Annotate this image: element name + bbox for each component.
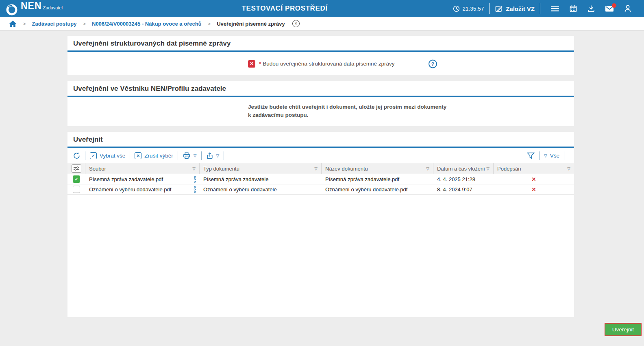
cell-soubor: Oznámení o výběru dodavatele.pdf	[89, 186, 171, 193]
cell-soubor: Písemná zpráva zadavatele.pdf	[89, 176, 163, 182]
section-publish-title: Uveřejnit	[67, 132, 574, 148]
brand-name: NEN	[21, 1, 42, 11]
structured-data-checkbox[interactable]: ✕	[248, 60, 255, 68]
downloads-button[interactable]	[587, 4, 595, 13]
filter-scope-label: Vše	[550, 153, 559, 159]
refresh-icon	[73, 152, 80, 160]
cell-datum: 4. 4. 2025 21:28	[437, 176, 475, 182]
create-vz-label: Založit VZ	[506, 5, 535, 12]
breadcrumb-item-zadavaci-postupy[interactable]: Zadávací postupy	[32, 21, 77, 27]
select-all-button[interactable]: ✓ Vybrat vše	[90, 152, 125, 159]
not-signed-icon: ✕	[532, 176, 536, 182]
breadcrumb-item-procedure[interactable]: N006/24/V00003245 - Nákup ovoce a ořechů	[92, 21, 202, 27]
publish-button[interactable]: Uveřejnit	[605, 323, 642, 336]
column-header-datum[interactable]: Datum a čas vložení	[437, 166, 486, 172]
checkbox-check-icon: ✓	[90, 152, 97, 159]
calendar-button[interactable]	[569, 4, 577, 13]
checkbox-x-icon: ✕	[135, 152, 141, 159]
column-header-podepsan[interactable]: Podepsán	[497, 166, 567, 172]
divider	[224, 151, 224, 160]
share-icon	[206, 152, 213, 160]
divider	[201, 151, 202, 160]
row-checkbox-checked[interactable]: ✓	[73, 175, 80, 183]
divider	[539, 151, 540, 160]
filter-scope-dropdown[interactable]: ▽ Vše	[544, 153, 559, 159]
column-filter-nazev[interactable]: ▽	[426, 166, 429, 171]
structured-data-label: *Budou uveřejněna strukturovaná data pís…	[259, 61, 394, 67]
home-button[interactable]	[9, 20, 17, 27]
divider	[489, 3, 490, 14]
documents-table: Soubor▽ Typ dokumentu▽ Název dokumentu▽ …	[67, 163, 574, 195]
bulletin-note-line1: Jestliže budete chtít uveřejnit i dokume…	[248, 103, 574, 111]
table-header-row: Soubor▽ Typ dokumentu▽ Název dokumentu▽ …	[67, 163, 574, 174]
breadcrumb-separator: >	[23, 21, 26, 27]
clear-selection-label: Zrušit výběr	[144, 153, 173, 159]
breadcrumb: > Zadávací postupy > N006/24/V00003245 -…	[0, 17, 644, 31]
nen-logo-icon	[6, 4, 18, 16]
breadcrumb-separator: >	[83, 21, 86, 27]
table-empty-area	[67, 195, 574, 317]
refresh-button[interactable]	[73, 152, 80, 160]
table-row[interactable]: Oznámení o výběru dodavatele.pdf Oznámen…	[67, 184, 574, 195]
section-structured-data: Uveřejnění strukturovaných dat písemné z…	[67, 36, 574, 75]
divider	[130, 151, 130, 160]
filter-funnel-icon	[527, 152, 535, 159]
table-settings-button[interactable]	[72, 164, 81, 173]
printer-icon	[183, 152, 191, 160]
main-content: Uveřejnění strukturovaných dat písemné z…	[0, 31, 644, 336]
cell-nazev-dokumentu: Oznámení o výběru dodavatele.pdf	[325, 186, 407, 193]
messages-button[interactable]	[605, 5, 614, 12]
brand-subtitle: Zadavatel	[43, 6, 63, 11]
user-button[interactable]	[624, 4, 632, 13]
cell-typ-dokumentu: Oznámení o výběru dodavatele	[203, 186, 277, 193]
required-asterisk: *	[259, 61, 261, 67]
filter-button[interactable]	[527, 152, 535, 159]
close-page-button[interactable]: ✕	[292, 20, 300, 27]
breadcrumb-separator: >	[208, 21, 211, 27]
column-header-nazev-dokumentu[interactable]: Název dokumentu	[325, 166, 426, 172]
edit-icon	[495, 5, 503, 13]
environment-title: TESTOVACÍ PROSTŘEDÍ	[242, 4, 328, 13]
download-icon	[587, 4, 595, 13]
sliders-icon	[73, 166, 80, 171]
page-actions: Uveřejnit	[67, 323, 642, 336]
section-bulletin: Uveřejnění ve Věstníku NEN/Profilu zadav…	[67, 81, 574, 126]
brand[interactable]: NEN Zadavatel	[6, 1, 63, 16]
column-filter-typ[interactable]: ▽	[314, 166, 318, 171]
print-dropdown-arrow[interactable]: ▽	[194, 153, 197, 158]
print-button[interactable]: ▽	[183, 152, 197, 160]
hamburger-icon	[550, 5, 559, 12]
not-signed-icon: ✕	[532, 186, 536, 193]
clock-icon	[453, 5, 460, 12]
column-filter-datum[interactable]: ▽	[486, 166, 490, 171]
bulletin-note: Jestliže budete chtít uveřejnit i dokume…	[67, 97, 574, 126]
user-icon	[624, 4, 632, 13]
breadcrumb-item-current: Uveřejnění písemné zprávy	[217, 21, 285, 27]
column-filter-podepsan[interactable]: ▽	[567, 166, 570, 171]
row-checkbox-unchecked[interactable]	[73, 186, 80, 193]
kebab-icon	[194, 186, 196, 193]
column-filter-soubor[interactable]: ▽	[192, 166, 196, 171]
create-vz-button[interactable]: Založit VZ	[495, 5, 535, 13]
session-time: 21:35:57	[453, 5, 484, 12]
section-bulletin-title: Uveřejnění ve Věstníku NEN/Profilu zadav…	[67, 81, 574, 97]
top-header: NEN Zadavatel TESTOVACÍ PROSTŘEDÍ 21:35:…	[0, 0, 644, 17]
help-button[interactable]: ?	[429, 59, 437, 68]
clear-selection-button[interactable]: ✕ Zrušit výběr	[135, 152, 173, 159]
export-dropdown-arrow[interactable]: ▽	[216, 153, 220, 158]
divider	[540, 3, 540, 14]
divider	[85, 151, 85, 160]
row-menu-button[interactable]	[194, 186, 196, 193]
session-time-value: 21:35:57	[463, 6, 484, 12]
export-button[interactable]: ▽	[206, 152, 220, 160]
column-header-typ-dokumentu[interactable]: Typ dokumentu	[203, 166, 314, 172]
cell-typ-dokumentu: Písemná zpráva zadavatele	[203, 176, 268, 182]
table-row[interactable]: ✓ Písemná zpráva zadavatele.pdf Písemná …	[67, 174, 574, 184]
menu-button[interactable]	[550, 5, 559, 12]
row-menu-button[interactable]	[194, 176, 196, 183]
cell-datum: 8. 4. 2024 9:07	[437, 186, 472, 193]
column-header-soubor[interactable]: Soubor	[89, 166, 192, 172]
kebab-icon	[194, 176, 196, 183]
divider	[564, 151, 564, 160]
section-structured-title: Uveřejnění strukturovaných dat písemné z…	[67, 36, 574, 52]
